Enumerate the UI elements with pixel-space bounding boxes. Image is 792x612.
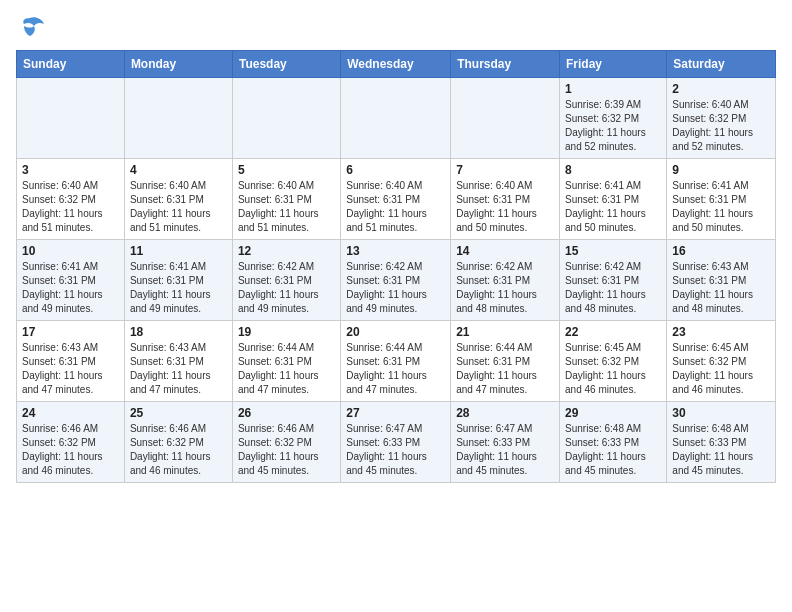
- calendar-cell: 17Sunrise: 6:43 AM Sunset: 6:31 PM Dayli…: [17, 321, 125, 402]
- calendar-week-row: 17Sunrise: 6:43 AM Sunset: 6:31 PM Dayli…: [17, 321, 776, 402]
- day-info: Sunrise: 6:44 AM Sunset: 6:31 PM Dayligh…: [456, 341, 554, 397]
- day-number: 10: [22, 244, 119, 258]
- day-number: 29: [565, 406, 661, 420]
- day-number: 6: [346, 163, 445, 177]
- day-number: 24: [22, 406, 119, 420]
- day-info: Sunrise: 6:41 AM Sunset: 6:31 PM Dayligh…: [22, 260, 119, 316]
- day-number: 5: [238, 163, 335, 177]
- calendar-cell: 9Sunrise: 6:41 AM Sunset: 6:31 PM Daylig…: [667, 159, 776, 240]
- calendar-cell: 23Sunrise: 6:45 AM Sunset: 6:32 PM Dayli…: [667, 321, 776, 402]
- day-number: 8: [565, 163, 661, 177]
- calendar-cell: 16Sunrise: 6:43 AM Sunset: 6:31 PM Dayli…: [667, 240, 776, 321]
- page-header: [16, 16, 776, 38]
- day-info: Sunrise: 6:39 AM Sunset: 6:32 PM Dayligh…: [565, 98, 661, 154]
- day-number: 7: [456, 163, 554, 177]
- day-info: Sunrise: 6:40 AM Sunset: 6:32 PM Dayligh…: [22, 179, 119, 235]
- day-number: 2: [672, 82, 770, 96]
- calendar-cell: 13Sunrise: 6:42 AM Sunset: 6:31 PM Dayli…: [341, 240, 451, 321]
- day-info: Sunrise: 6:40 AM Sunset: 6:31 PM Dayligh…: [130, 179, 227, 235]
- day-number: 4: [130, 163, 227, 177]
- day-info: Sunrise: 6:42 AM Sunset: 6:31 PM Dayligh…: [346, 260, 445, 316]
- day-info: Sunrise: 6:47 AM Sunset: 6:33 PM Dayligh…: [346, 422, 445, 478]
- day-info: Sunrise: 6:43 AM Sunset: 6:31 PM Dayligh…: [130, 341, 227, 397]
- day-info: Sunrise: 6:46 AM Sunset: 6:32 PM Dayligh…: [130, 422, 227, 478]
- calendar-cell: 6Sunrise: 6:40 AM Sunset: 6:31 PM Daylig…: [341, 159, 451, 240]
- calendar-table: SundayMondayTuesdayWednesdayThursdayFrid…: [16, 50, 776, 483]
- day-number: 26: [238, 406, 335, 420]
- day-number: 11: [130, 244, 227, 258]
- day-number: 23: [672, 325, 770, 339]
- day-info: Sunrise: 6:45 AM Sunset: 6:32 PM Dayligh…: [672, 341, 770, 397]
- day-info: Sunrise: 6:41 AM Sunset: 6:31 PM Dayligh…: [565, 179, 661, 235]
- calendar-cell: 18Sunrise: 6:43 AM Sunset: 6:31 PM Dayli…: [124, 321, 232, 402]
- day-info: Sunrise: 6:43 AM Sunset: 6:31 PM Dayligh…: [22, 341, 119, 397]
- day-info: Sunrise: 6:40 AM Sunset: 6:31 PM Dayligh…: [238, 179, 335, 235]
- calendar-week-row: 24Sunrise: 6:46 AM Sunset: 6:32 PM Dayli…: [17, 402, 776, 483]
- day-info: Sunrise: 6:45 AM Sunset: 6:32 PM Dayligh…: [565, 341, 661, 397]
- calendar-cell: [341, 78, 451, 159]
- day-info: Sunrise: 6:41 AM Sunset: 6:31 PM Dayligh…: [130, 260, 227, 316]
- weekday-header: Wednesday: [341, 51, 451, 78]
- weekday-header: Tuesday: [232, 51, 340, 78]
- day-number: 1: [565, 82, 661, 96]
- calendar-week-row: 3Sunrise: 6:40 AM Sunset: 6:32 PM Daylig…: [17, 159, 776, 240]
- day-info: Sunrise: 6:46 AM Sunset: 6:32 PM Dayligh…: [238, 422, 335, 478]
- calendar-cell: 5Sunrise: 6:40 AM Sunset: 6:31 PM Daylig…: [232, 159, 340, 240]
- calendar-cell: 8Sunrise: 6:41 AM Sunset: 6:31 PM Daylig…: [560, 159, 667, 240]
- day-info: Sunrise: 6:42 AM Sunset: 6:31 PM Dayligh…: [456, 260, 554, 316]
- calendar-cell: 27Sunrise: 6:47 AM Sunset: 6:33 PM Dayli…: [341, 402, 451, 483]
- day-number: 25: [130, 406, 227, 420]
- calendar-cell: [451, 78, 560, 159]
- calendar-cell: 15Sunrise: 6:42 AM Sunset: 6:31 PM Dayli…: [560, 240, 667, 321]
- day-info: Sunrise: 6:46 AM Sunset: 6:32 PM Dayligh…: [22, 422, 119, 478]
- weekday-header: Sunday: [17, 51, 125, 78]
- calendar-cell: 3Sunrise: 6:40 AM Sunset: 6:32 PM Daylig…: [17, 159, 125, 240]
- day-info: Sunrise: 6:41 AM Sunset: 6:31 PM Dayligh…: [672, 179, 770, 235]
- day-number: 16: [672, 244, 770, 258]
- calendar-cell: [124, 78, 232, 159]
- calendar-cell: 7Sunrise: 6:40 AM Sunset: 6:31 PM Daylig…: [451, 159, 560, 240]
- day-number: 21: [456, 325, 554, 339]
- day-info: Sunrise: 6:40 AM Sunset: 6:31 PM Dayligh…: [346, 179, 445, 235]
- calendar-cell: [17, 78, 125, 159]
- calendar-cell: 28Sunrise: 6:47 AM Sunset: 6:33 PM Dayli…: [451, 402, 560, 483]
- day-number: 14: [456, 244, 554, 258]
- day-info: Sunrise: 6:40 AM Sunset: 6:32 PM Dayligh…: [672, 98, 770, 154]
- calendar-cell: 24Sunrise: 6:46 AM Sunset: 6:32 PM Dayli…: [17, 402, 125, 483]
- calendar-cell: 19Sunrise: 6:44 AM Sunset: 6:31 PM Dayli…: [232, 321, 340, 402]
- calendar-cell: 4Sunrise: 6:40 AM Sunset: 6:31 PM Daylig…: [124, 159, 232, 240]
- calendar-cell: 20Sunrise: 6:44 AM Sunset: 6:31 PM Dayli…: [341, 321, 451, 402]
- day-number: 28: [456, 406, 554, 420]
- day-number: 15: [565, 244, 661, 258]
- day-number: 27: [346, 406, 445, 420]
- day-info: Sunrise: 6:48 AM Sunset: 6:33 PM Dayligh…: [672, 422, 770, 478]
- calendar-cell: 10Sunrise: 6:41 AM Sunset: 6:31 PM Dayli…: [17, 240, 125, 321]
- logo-bird-icon: [16, 16, 44, 38]
- day-number: 17: [22, 325, 119, 339]
- day-info: Sunrise: 6:44 AM Sunset: 6:31 PM Dayligh…: [238, 341, 335, 397]
- calendar-cell: 2Sunrise: 6:40 AM Sunset: 6:32 PM Daylig…: [667, 78, 776, 159]
- logo: [16, 16, 48, 38]
- calendar-cell: 22Sunrise: 6:45 AM Sunset: 6:32 PM Dayli…: [560, 321, 667, 402]
- calendar-header-row: SundayMondayTuesdayWednesdayThursdayFrid…: [17, 51, 776, 78]
- weekday-header: Friday: [560, 51, 667, 78]
- calendar-week-row: 1Sunrise: 6:39 AM Sunset: 6:32 PM Daylig…: [17, 78, 776, 159]
- day-info: Sunrise: 6:43 AM Sunset: 6:31 PM Dayligh…: [672, 260, 770, 316]
- day-number: 19: [238, 325, 335, 339]
- weekday-header: Monday: [124, 51, 232, 78]
- day-number: 13: [346, 244, 445, 258]
- day-info: Sunrise: 6:42 AM Sunset: 6:31 PM Dayligh…: [238, 260, 335, 316]
- day-number: 18: [130, 325, 227, 339]
- calendar-cell: 30Sunrise: 6:48 AM Sunset: 6:33 PM Dayli…: [667, 402, 776, 483]
- calendar-cell: 26Sunrise: 6:46 AM Sunset: 6:32 PM Dayli…: [232, 402, 340, 483]
- day-number: 12: [238, 244, 335, 258]
- day-info: Sunrise: 6:40 AM Sunset: 6:31 PM Dayligh…: [456, 179, 554, 235]
- day-info: Sunrise: 6:48 AM Sunset: 6:33 PM Dayligh…: [565, 422, 661, 478]
- day-number: 30: [672, 406, 770, 420]
- weekday-header: Saturday: [667, 51, 776, 78]
- weekday-header: Thursday: [451, 51, 560, 78]
- calendar-cell: 21Sunrise: 6:44 AM Sunset: 6:31 PM Dayli…: [451, 321, 560, 402]
- day-number: 22: [565, 325, 661, 339]
- calendar-cell: 25Sunrise: 6:46 AM Sunset: 6:32 PM Dayli…: [124, 402, 232, 483]
- calendar-cell: 11Sunrise: 6:41 AM Sunset: 6:31 PM Dayli…: [124, 240, 232, 321]
